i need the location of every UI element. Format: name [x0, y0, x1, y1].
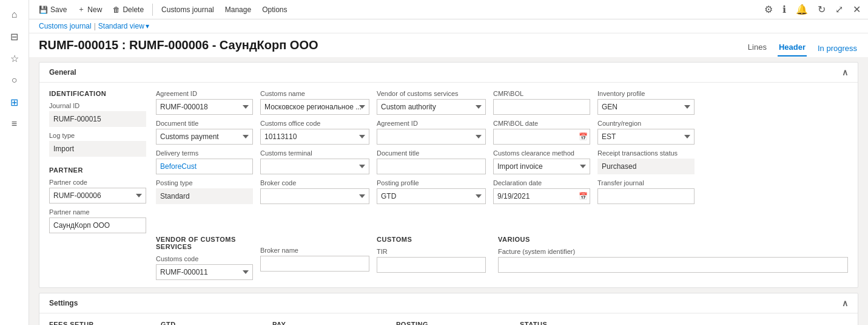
inventory-profile-select[interactable]: GEN	[597, 99, 695, 115]
save-icon: 💾	[39, 5, 48, 14]
grid-icon[interactable]: ⊞	[5, 92, 24, 112]
customs-code-select[interactable]: RUMF-000011	[156, 264, 253, 280]
tab-in-progress[interactable]: In progress	[816, 40, 858, 56]
customs-office-code-select[interactable]: 10113110	[260, 129, 369, 145]
agreement-id-label: Agreement ID	[156, 90, 253, 97]
gtd-label: GTD	[161, 321, 258, 325]
new-icon: ＋	[78, 4, 85, 15]
customs-code-label: Customs code	[156, 255, 253, 262]
settings-section-header[interactable]: Settings ∧	[39, 293, 858, 313]
vendor-customs-section-label: VENDOR OF CUSTOMS SERVICES	[156, 236, 253, 250]
view-selector[interactable]: Standard view ▾	[98, 22, 149, 30]
manage-button[interactable]: Manage	[220, 3, 256, 16]
clock-icon[interactable]: ○	[5, 70, 24, 90]
customs-journal-button[interactable]: Customs journal	[156, 3, 219, 16]
tir-input[interactable]	[377, 257, 486, 273]
delivery-terms-input[interactable]	[156, 159, 253, 174]
agreement-id2-label: Agreement ID	[377, 120, 486, 127]
journal-id-label: Journal ID	[49, 102, 146, 109]
posting-profile-label: Posting profile	[377, 179, 486, 186]
notification-icon[interactable]: 🔔	[793, 1, 810, 18]
page-title: RUMF-000015 : RUMF-000006 - СаундКорп ОО…	[39, 38, 318, 57]
left-sidebar: ⌂ ⊟ ☆ ○ ⊞ ≡	[0, 0, 29, 325]
status-label: STATUS	[520, 321, 848, 325]
broker-name-input[interactable]	[260, 256, 369, 272]
receipt-transactions-input	[597, 159, 695, 174]
partner-name-label: Partner name	[49, 208, 146, 216]
partner-code-label: Partner code	[49, 179, 146, 186]
various-section-label: VARIOUS	[498, 236, 848, 243]
posting-type-label: Posting type	[156, 179, 253, 186]
list-icon[interactable]: ≡	[5, 114, 24, 134]
tab-header[interactable]: Header	[778, 39, 807, 56]
breadcrumb: Customs journal | Standard view ▾	[29, 19, 868, 33]
customs-office-code-label: Customs office code	[260, 120, 369, 127]
broker-code-label: Broker code	[260, 179, 369, 186]
country-region-select[interactable]: EST	[597, 129, 695, 145]
customs-name-label: Customs name	[260, 90, 369, 97]
delete-button[interactable]: 🗑 Delete	[108, 3, 149, 16]
country-region-label: Country/region	[597, 120, 695, 127]
home-icon[interactable]: ⌂	[5, 5, 24, 24]
cmr-bol-date-input[interactable]	[493, 129, 590, 145]
top-right-icons: ⚙ ℹ 🔔 ↻ ⤢ ✕	[762, 1, 863, 18]
star-icon[interactable]: ☆	[5, 49, 24, 68]
tab-lines[interactable]: Lines	[747, 39, 768, 56]
transfer-journal-input[interactable]	[597, 188, 695, 204]
broker-code-select[interactable]	[260, 188, 369, 204]
expand-icon[interactable]: ⤢	[833, 1, 846, 18]
chevron-down-icon: ▾	[146, 22, 149, 30]
inventory-profile-label: Inventory profile	[597, 90, 695, 97]
customs-terminal-label: Customs terminal	[260, 149, 369, 157]
partner-name-input[interactable]	[49, 217, 146, 233]
transfer-journal-label: Transfer journal	[597, 179, 695, 186]
customs-name-select[interactable]: Московское региональное ...	[260, 99, 369, 115]
refresh-icon[interactable]: ↻	[815, 1, 828, 18]
header-tabs: Lines Header In progress	[747, 39, 858, 56]
pay-label: PAY	[272, 321, 382, 325]
delivery-terms-label: Delivery terms	[156, 149, 253, 157]
general-section-body: IDENTIFICATION Journal ID Log type PARTN…	[39, 83, 858, 287]
posting-type-input	[156, 188, 253, 204]
settings-icon[interactable]: ⚙	[762, 1, 775, 18]
close-icon[interactable]: ✕	[850, 1, 863, 18]
vendor-of-customs-select[interactable]: Custom authority	[377, 99, 486, 115]
declaration-date-input[interactable]	[493, 188, 590, 204]
general-section-header[interactable]: General ∧	[39, 63, 858, 83]
facture-label: Facture (system identifier)	[498, 248, 848, 255]
journal-breadcrumb-link[interactable]: Customs journal	[39, 22, 92, 30]
vendor-of-customs-label: Vendor of customs services	[377, 90, 486, 97]
document-title-select[interactable]: Customs payment	[156, 129, 253, 145]
customs-clearance-label: Customs clearance method	[493, 149, 590, 157]
settings-section-body: FEES SETUP Include to the cost price Yes…	[39, 313, 858, 325]
cmr-bol-label: CMR\BOL	[493, 90, 590, 97]
posting-profile-select[interactable]: GTD	[377, 188, 486, 204]
customs-terminal-select[interactable]	[260, 159, 369, 174]
info-icon[interactable]: ℹ	[780, 1, 789, 18]
delete-icon: 🗑	[113, 5, 120, 14]
partner-label: PARTNER	[49, 166, 146, 174]
toolbar: 💾 Save ＋ New 🗑 Delete Customs journal Ma…	[29, 0, 868, 19]
filter-icon[interactable]: ⊟	[5, 27, 24, 46]
new-button[interactable]: ＋ New	[73, 2, 107, 17]
partner-code-select[interactable]: RUMF-000006	[49, 188, 146, 204]
log-type-label: Log type	[49, 132, 146, 139]
receipt-transactions-label: Receipt transactions status	[597, 149, 695, 157]
agreement-id-select[interactable]: RUMF-000018	[156, 99, 253, 115]
document-title2-input[interactable]	[377, 159, 486, 174]
declaration-date-label: Declaration date	[493, 179, 590, 186]
separator-1	[152, 4, 153, 16]
identification-label: IDENTIFICATION	[49, 90, 146, 97]
settings-collapse-icon: ∧	[842, 298, 848, 308]
tir-label: TIR	[377, 248, 486, 255]
main-content: General ∧ IDENTIFICATION Journal ID Log …	[29, 57, 868, 325]
customs-clearance-select[interactable]: Import invoice	[493, 159, 590, 174]
facture-input[interactable]	[498, 257, 848, 273]
page-header: RUMF-000015 : RUMF-000006 - СаундКорп ОО…	[29, 33, 868, 57]
breadcrumb-separator: |	[94, 22, 96, 30]
save-button[interactable]: 💾 Save	[34, 3, 72, 16]
agreement-id2-select[interactable]	[377, 129, 486, 145]
options-button[interactable]: Options	[257, 3, 292, 16]
cmr-bol-input[interactable]	[493, 99, 590, 115]
broker-name-label: Broker name	[260, 247, 369, 254]
